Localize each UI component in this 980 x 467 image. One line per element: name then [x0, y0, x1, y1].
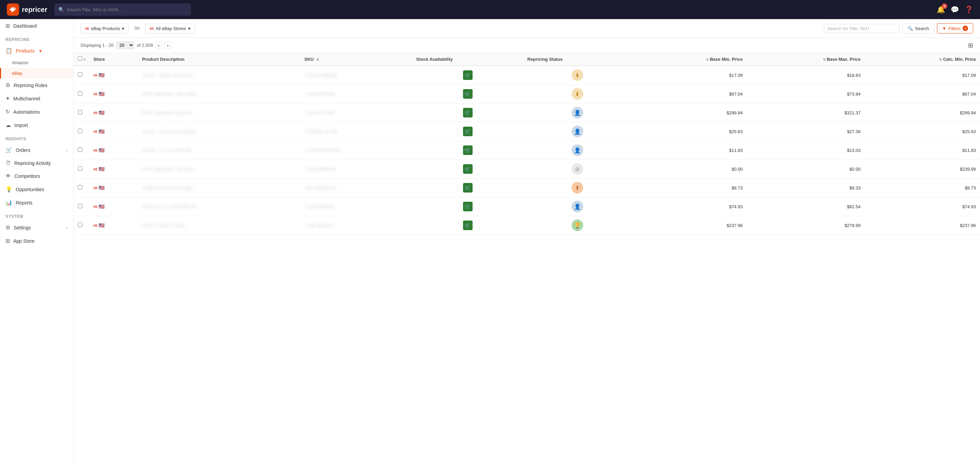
sidebar-item-products[interactable]: 📋 Products ▾ [0, 44, 73, 57]
row-checkbox-5[interactable] [78, 166, 82, 171]
grid-view-button[interactable]: ⊞ [968, 42, 973, 49]
row-base-min-2: $299.94 [632, 103, 747, 122]
header-sku[interactable]: SKU ⇅ [300, 53, 412, 65]
help-button[interactable]: ❓ [965, 5, 973, 14]
channel-selector[interactable]: eb eBay Products ▾ [81, 24, 129, 33]
store-ebay-tag-icon: eb [150, 27, 154, 30]
row-desc-text-3: Cooler - Clear Guard Black... [142, 129, 199, 134]
sku-sort-icon: ⇅ [316, 58, 319, 62]
header-base-min-label: Base Min. Price [710, 57, 743, 62]
nav-icons: 🔔 8 💬 ❓ [937, 5, 973, 14]
row-checkbox-7[interactable] [78, 204, 82, 208]
messages-button[interactable]: 💬 [951, 5, 959, 14]
of-count: of 2,509 [137, 43, 153, 48]
row-stock-4: 🛒 [412, 141, 523, 160]
logo[interactable]: repricer [7, 3, 48, 16]
row-calc-min-6: $8.73 [865, 178, 980, 197]
row-sku-5: T-opt-000006S9 [300, 160, 412, 178]
table-row: eb 🇺🇸 Cooler - Ice Lock Bolt 95... T-CO0… [74, 141, 980, 160]
row-checkbox-8[interactable] [78, 222, 82, 227]
row-description-8: FFKK 17X06.17 AKG... [138, 216, 300, 235]
row-desc-text-4: Cooler - Ice Lock Bolt 95... [142, 148, 194, 153]
row-checkbox-1[interactable] [78, 91, 82, 95]
sidebar-sub-item-ebay[interactable]: eBay [0, 68, 73, 78]
row-sku-text-6: SMT-000003-T1 [304, 185, 336, 191]
row-checkbox-0[interactable] [78, 72, 82, 77]
row-checkbox-cell [74, 141, 89, 160]
row-flag-8: 🇺🇸 [99, 222, 105, 228]
row-sku-text-2: T-opt-0077-940 [304, 110, 335, 115]
filters-button[interactable]: ▼ Filters ✕ [937, 23, 973, 33]
row-sku-4: T-CO019-9004080 [300, 141, 412, 160]
row-checkbox-4[interactable] [78, 148, 82, 152]
row-base-max-3: $27.38 [747, 122, 865, 141]
notifications-button[interactable]: 🔔 8 [937, 5, 945, 14]
global-search[interactable]: 🔍 [54, 3, 191, 16]
sidebar-item-multichannel[interactable]: ✦ Multichannel [0, 92, 73, 105]
sidebar-item-repricing-rules[interactable]: ⚙ Repricing Rules [0, 78, 73, 92]
row-description-5: FFKK Optimizer Lite Ultra... [138, 160, 300, 178]
row-base-min-6: $8.73 [632, 178, 747, 197]
sidebar-item-competitors[interactable]: 👁 Competitors [0, 170, 73, 183]
row-repricing-3: 👤 [523, 122, 632, 141]
sidebar-sub-item-amazon[interactable]: Amazon [0, 57, 73, 68]
sidebar-item-automations[interactable]: ↻ Automations [0, 105, 73, 118]
sidebar-item-settings[interactable]: ⚙ Settings › [0, 221, 73, 234]
row-checkbox-6[interactable] [78, 185, 82, 189]
row-sku-text-7: T-opt-000005N [304, 204, 334, 209]
row-calc-min-3: $25.63 [865, 122, 980, 141]
repricing-activity-icon: ⏱ [5, 160, 11, 166]
row-status-icon-0: ⬇ [572, 69, 583, 81]
row-stock-icon-1: 🛒 [463, 89, 473, 98]
settings-chevron-icon: › [66, 225, 68, 230]
import-icon: ☁ [5, 122, 11, 129]
row-checkbox-3[interactable] [78, 129, 82, 133]
product-search-input[interactable] [828, 26, 896, 31]
row-stock-2: 🛒 [412, 103, 523, 122]
row-description-4: Cooler - Ice Lock Bolt 95... [138, 141, 300, 160]
page-size-select[interactable]: 20 50 100 [116, 41, 134, 49]
opportunities-icon: 💡 [5, 186, 12, 192]
pagination-prev[interactable]: ‹ [156, 42, 162, 49]
row-sku-6: SMT-000003-T1 [300, 178, 412, 197]
row-stock-0: 🛒 [412, 65, 523, 85]
sidebar-item-orders[interactable]: 🛒 Orders › [0, 143, 73, 157]
sidebar-multichannel-label: Multichannel [13, 96, 40, 102]
sidebar-system-header: System [0, 209, 73, 221]
sidebar-item-opportunities[interactable]: 💡 Opportunities [0, 183, 73, 196]
header-calc-min[interactable]: ⇅ Calc. Min. Price [865, 53, 980, 65]
row-repricing-2: 👤 [523, 103, 632, 122]
table-row: eb 🇺🇸 Cooler - Super Drive Plus... T-COO… [74, 65, 980, 85]
store-selector[interactable]: eb All eBay Stores ▾ [145, 24, 195, 33]
select-all-checkbox[interactable] [78, 56, 82, 61]
row-sku-3: T-COO81-17750 [300, 122, 412, 141]
row-desc-text-0: Cooler - Super Drive Plus... [142, 73, 196, 78]
row-ebay-tag-3: eb [94, 130, 98, 133]
pagination-next[interactable]: › [165, 42, 171, 49]
sidebar-item-app-store[interactable]: ⊞ App Store [0, 234, 73, 248]
row-flag-0: 🇺🇸 [99, 72, 105, 78]
repricing-rules-icon: ⚙ [5, 82, 10, 88]
sidebar-repricing-rules-label: Repricing Rules [14, 83, 48, 88]
sidebar-item-reports[interactable]: 📊 Reports [0, 196, 73, 209]
header-base-min[interactable]: ⇅ Base Min. Price [632, 53, 747, 65]
orders-chevron-icon: › [66, 148, 68, 153]
row-description-0: Cooler - Super Drive Plus... [138, 65, 300, 85]
sidebar-item-import[interactable]: ☁ Import [0, 118, 73, 132]
search-button[interactable]: 🔍 Search [902, 24, 934, 33]
row-base-max-1: $73.84 [747, 85, 865, 103]
sidebar-item-dashboard[interactable]: ⊞ Dashboard [0, 19, 73, 32]
search-input-wrap[interactable] [824, 24, 900, 33]
row-stock-1: 🛒 [412, 85, 523, 103]
row-status-icon-2: 👤 [572, 107, 583, 118]
sidebar-item-repricing-activity[interactable]: ⏱ Repricing Activity [0, 157, 73, 170]
row-base-min-1: $67.04 [632, 85, 747, 103]
table-row: eb 🇺🇸 FFKK 17X06.17 AKG... T-opt-000001T… [74, 216, 980, 235]
row-calc-min-7: $74.93 [865, 197, 980, 216]
row-stock-6: 🛒 [412, 178, 523, 197]
row-repricing-1: ⬇ [523, 85, 632, 103]
row-stock-icon-4: 🛒 [463, 145, 473, 155]
header-base-max[interactable]: ⇅ Base Max. Price [747, 53, 865, 65]
global-search-input[interactable] [67, 7, 187, 12]
row-checkbox-2[interactable] [78, 110, 82, 114]
